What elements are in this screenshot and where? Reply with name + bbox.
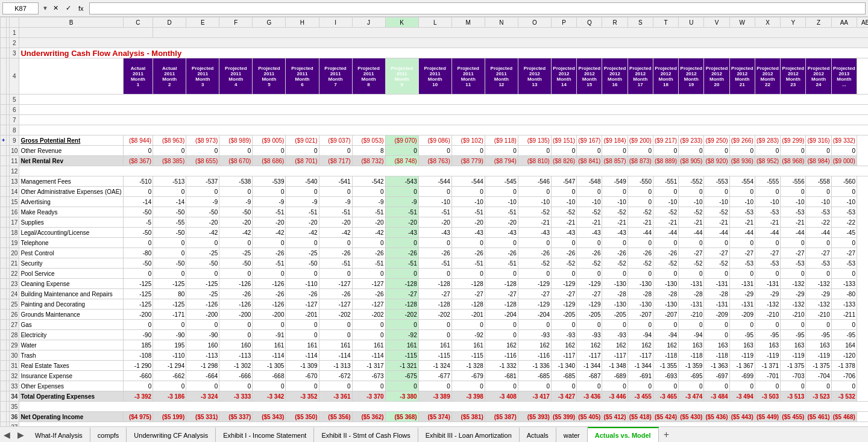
row-6: 6 [1,105,869,115]
row-21: 21 Security -50-50-50-50-51-50-51-51-51-… [1,258,869,269]
row-12: 12 [1,166,869,176]
row-14: 14 Other Administrative Expenses (OAE) 0… [1,187,869,197]
row-33: 33 Other Expenses 0000000000000000000000… [1,381,869,391]
row-18: 18 Legal/Accounting/License -50-50-42-42… [1,228,869,238]
row-34-total-opex: 34 Total Operating Expenses -3 392-3 186… [1,391,869,402]
col-header-j[interactable]: J [352,17,385,28]
col-header-u[interactable]: U [679,17,704,28]
expand-ref-icon: ▼ [42,5,48,11]
tab-nav-right[interactable]: ▶ [14,430,28,440]
col-header-z[interactable]: Z [806,17,831,28]
col-header-t[interactable]: T [653,17,678,28]
row-1: 1 [1,28,869,38]
rownum-1: 1 [10,28,19,38]
main-spreadsheet[interactable]: B C D E F G H I J K L M N O P Q R [0,17,868,426]
col-header-p[interactable]: P [551,17,576,28]
tab-exhibit-1[interactable]: Exhibit I - Income Statement [216,427,314,443]
col-header-e[interactable]: E [186,17,219,28]
row-22: 22 Pool Service 000000000000000000000000… [1,269,869,279]
row-31: 31 Real Estate Taxes -1 290-1 294-1 298-… [1,361,869,371]
col-header-s[interactable]: S [627,17,653,28]
row-17: 17 Supplies -5-55-20-20-20-20-20-20-20-2… [1,217,869,228]
cell-reference[interactable]: K87 [2,2,39,14]
row-16: 16 Make Readys -50-50-50-50-51-51-51-51-… [1,207,869,217]
row-4-headers: 4 Actual2011Month1 Actual2011Month2 Proj… [1,58,869,95]
col-header-c[interactable]: C [123,17,153,28]
row-19: 19 Telephone 0000000000000000000000000 [1,238,869,248]
row-8: 8 [1,125,869,135]
tab-nav-left[interactable]: ◀ [0,430,14,440]
row-15: 15 Advertising -14-14-9-9-9-9-9-9-9-10-1… [1,197,869,207]
tab-bar: ◀ ▶ What-If Analysis compfs Underwriting… [0,426,868,442]
col-header-q[interactable]: Q [577,17,602,28]
row-30: 30 Trash -108-110-113-113-114-114-114-11… [1,350,869,361]
row-29: 29 Water 1851951601601611611611611611611… [1,340,869,350]
row-2: 2 [1,38,869,48]
col-header-h[interactable]: H [286,17,319,28]
row-11: 11 Net Rental Rev ($8 367) ($8 385) ($8 … [1,156,869,166]
col-header-v[interactable]: V [704,17,729,28]
col-header-n[interactable]: N [485,17,518,28]
tab-actuals-vs-model[interactable]: Actuals vs. Model [588,427,659,443]
col-header-m[interactable]: M [451,17,485,28]
row-3-title: 3 Underwriting Cash Flow Analysis - Mont… [1,48,869,58]
col-header-num [10,17,19,28]
row1-rest [153,28,868,38]
col-expand1 [1,17,7,28]
row-20: 20 Pest Control -800-25-25-26-25-26-26-2… [1,248,869,258]
tab-exhibit-2[interactable]: Exhibit II - Stmt of Cash Flows [314,427,418,443]
row-25: 25 Painting and Decorating -125-125-126-… [1,299,869,310]
row-32: 32 Insurance Expense -660-662-664-666-66… [1,371,869,381]
tab-underwriting-cf[interactable]: Underwriting CF Analysis [127,427,216,443]
row-26: 26 Grounds Maintenance -200-171-200-200-… [1,310,869,320]
page-title: Underwriting Cash Flow Analysis - Monthl… [19,48,868,58]
col-header-y[interactable]: Y [781,17,806,28]
row-24: 24 Building Maintenance and Repairs -125… [1,289,869,299]
col-header-l[interactable]: L [418,17,451,28]
row-7: 7 [1,115,869,125]
col-header-o[interactable]: O [518,17,551,28]
col-header-x[interactable]: X [755,17,780,28]
function-btn[interactable]: fx [76,4,86,13]
col-header-b[interactable]: B [19,17,123,28]
confirm-btn[interactable]: ✓ [63,4,74,13]
formula-input[interactable] [89,2,866,14]
col-header-aa[interactable]: AA [831,17,857,28]
col-header-f[interactable]: F [219,17,253,28]
formula-bar: K87 ▼ ✕ ✓ fx [0,0,868,17]
row-13: 13 Management Fees -510-513-537-538-539-… [1,176,869,187]
row-10: 10Other Revenue0000000800000000000000000 [1,146,869,156]
tab-water[interactable]: water [556,427,588,443]
row-37: 37 [1,422,869,427]
row-35: 35 [1,402,869,412]
tab-exhibit-3[interactable]: Exhibit III - Loan Amortization [418,427,520,443]
col-header-g[interactable]: G [253,17,286,28]
col-header-r[interactable]: R [602,17,627,28]
col-header-i[interactable]: I [319,17,352,28]
col-header-w[interactable]: W [729,17,755,28]
row-23: 23 Cleaning Expense -125-125-125-126-126… [1,279,869,289]
tab-what-if[interactable]: What-If Analysis [28,427,90,443]
tab-compfs[interactable]: compfs [90,427,127,443]
spreadsheet-grid: B C D E F G H I J K L M N O P Q R [0,17,868,426]
tab-add-button[interactable]: + [659,429,674,440]
row-27: 27 Gas 0000000000000000000000000 [1,320,869,330]
row-28: 28 Electricity -90-90-900-91000-920-920-… [1,330,869,340]
row-9: + 9 Gross Potential Rent ($8 944) ($8 96… [1,135,869,146]
expand-1[interactable] [1,28,7,38]
row-5: 5 [1,95,869,105]
col-header-d[interactable]: D [153,17,186,28]
col-header-ab[interactable]: AB [857,17,868,28]
cancel-btn[interactable]: ✕ [51,4,61,13]
tab-actuals[interactable]: Actuals [520,427,556,443]
col-header-k[interactable]: K [385,17,418,28]
row1-freeze [19,28,153,38]
row-36-noi: 36 Net Operating Income ($4 975)($5 199)… [1,412,869,422]
